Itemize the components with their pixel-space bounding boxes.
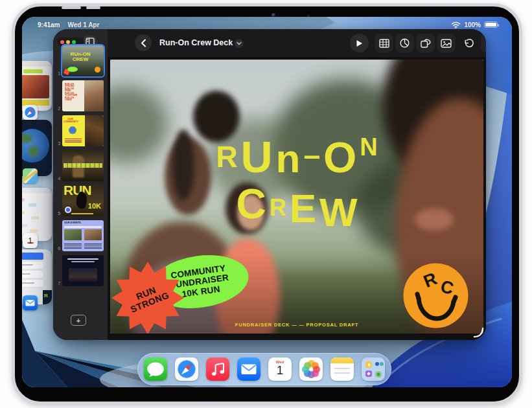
minimize-window-button[interactable]: [66, 40, 70, 44]
chart-pie-icon: [400, 38, 410, 48]
thumb1-title-line2: CREW: [73, 56, 88, 62]
slide-number: 6: [54, 246, 60, 251]
mail-app-icon[interactable]: [23, 295, 38, 310]
dock: Wed 1: [137, 353, 391, 385]
dock-photos-icon[interactable]: [299, 357, 323, 381]
ipad-screen: 9:41am Wed 1 Apr 100%: [22, 17, 512, 387]
dock-mail-icon[interactable]: [237, 357, 260, 381]
app-library-mini-blue: [375, 362, 379, 366]
dock-notes-icon[interactable]: [330, 357, 354, 381]
recent-app-safari[interactable]: [22, 61, 52, 111]
safari-app-icon[interactable]: [23, 105, 38, 120]
wifi-icon: [451, 21, 461, 28]
photo-icon: [441, 39, 452, 48]
slide-number: 1: [54, 71, 60, 76]
slide-navigator: 1 RUn-ON CREW 2 RUN-ON: [53, 29, 108, 340]
slide-2-thumbnail[interactable]: RUN-ON STRONG RUN-ON FREE RUN-ON TOGETHE…: [62, 80, 104, 111]
app-library-mini-teal: [380, 362, 384, 366]
chart-button[interactable]: [395, 34, 414, 52]
shapes-button[interactable]: [416, 34, 435, 52]
slide-thumbnail-row: 5 RUN 10K: [54, 185, 104, 216]
current-slide[interactable]: R U n – O N C R E W: [110, 60, 483, 334]
back-button[interactable]: [135, 34, 152, 51]
status-date: Wed 1 Apr: [67, 21, 99, 28]
title-menu-button[interactable]: [235, 39, 244, 48]
maps-app-icon[interactable]: [23, 168, 38, 183]
play-button[interactable]: [350, 34, 369, 52]
undo-icon: [464, 38, 474, 48]
slide-thumbnail-row: 7: [54, 255, 104, 286]
dock-calendar-icon[interactable]: Wed 1: [268, 357, 292, 381]
status-time: 9:41am: [38, 21, 60, 28]
slide-5-thumbnail[interactable]: RUN 10K: [62, 185, 104, 216]
slide-6-thumbnail[interactable]: OUR EVENTS: [62, 220, 104, 251]
app-library-mini-green: [375, 371, 382, 378]
slide-thumbnail-row: 1 RUn-ON CREW: [54, 45, 104, 76]
battery-icon: [484, 21, 498, 28]
calendar-app-icon[interactable]: 1: [23, 233, 38, 248]
battery-percent: 100%: [464, 21, 481, 28]
music-note-icon: [206, 357, 229, 381]
envelope-icon: [237, 357, 260, 381]
compass-icon: [175, 357, 198, 381]
chevron-down-icon: [237, 41, 242, 45]
chevron-left-icon: [141, 39, 146, 47]
slide-title[interactable]: R U n – O N C R E W: [110, 136, 483, 229]
slide-thumbnail-row: 3 OUR COMMUNITY: [54, 115, 104, 146]
dock-messages-icon[interactable]: [144, 357, 167, 381]
undo-button[interactable]: [459, 34, 478, 52]
message-bubble-icon: [144, 357, 167, 381]
dock-app-library-icon[interactable]: [362, 357, 385, 381]
slide-number: 3: [54, 141, 60, 146]
top-button: [86, 6, 100, 9]
slide-number: 7: [54, 281, 60, 286]
slide-number: 2: [54, 106, 60, 111]
slide-7-thumbnail[interactable]: [62, 255, 104, 286]
table-icon: [379, 39, 389, 48]
table-button[interactable]: [375, 34, 393, 52]
zoom-window-button[interactable]: [72, 40, 76, 44]
slide-thumbnail-row: 2 RUN-ON STRONG RUN-ON FREE RUN-ON TOGET…: [54, 80, 104, 111]
product-shot: 9:41am Wed 1 Apr 100%: [0, 0, 532, 408]
dock-music-icon[interactable]: [206, 357, 229, 381]
keynote-window: 1 RUn-ON CREW 2 RUN-ON: [53, 29, 486, 340]
document-title[interactable]: Run-On Crew Deck: [159, 38, 233, 47]
slide-thumbnail-row: 4: [54, 150, 104, 181]
slide-thumbnail-row: 6 OUR EVENTS: [54, 220, 104, 251]
slide-caption[interactable]: FUNDRAISER DECK — — PROPOSAL DRAFT: [110, 322, 483, 328]
media-button[interactable]: [437, 34, 456, 52]
smiley-badge[interactable]: R C: [403, 263, 468, 328]
slide-4-thumbnail[interactable]: [62, 150, 104, 181]
volume-button: [62, 6, 81, 9]
dock-safari-icon[interactable]: [175, 357, 198, 381]
slide-3-thumbnail[interactable]: OUR COMMUNITY: [62, 115, 104, 146]
calendar-day: 1: [268, 364, 292, 377]
shapes-icon: [421, 38, 431, 48]
slide-number: 4: [54, 176, 60, 181]
slide-title-line2: C R E W: [110, 185, 483, 229]
slide-1-thumbnail[interactable]: RUn-ON CREW: [62, 45, 104, 76]
slide-canvas: R U n – O N C R E W: [108, 57, 486, 340]
play-icon: [356, 40, 363, 47]
keynote-toolbar: Run-On Crew Deck: [108, 29, 486, 57]
calendar-icon-day: 1: [23, 237, 38, 245]
slide-number: 5: [54, 211, 60, 216]
add-slide-button[interactable]: +: [71, 315, 86, 326]
slide-title-line1: R U n – O N: [110, 136, 483, 176]
recent-app-maps[interactable]: [22, 120, 52, 176]
close-window-button[interactable]: [60, 40, 64, 44]
